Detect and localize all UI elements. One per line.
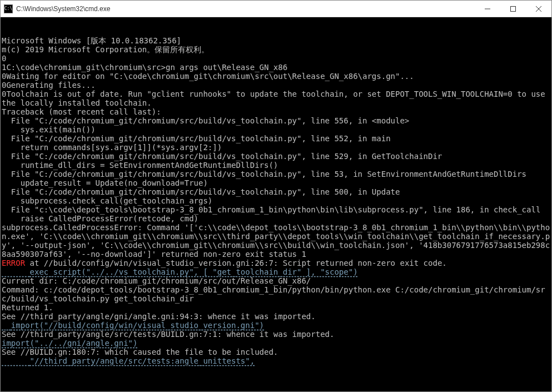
console-output[interactable]: Microsoft Windows [版本 10.0.18362.356]m(c… <box>1 17 551 391</box>
console-line: Returned 1. <box>2 303 551 312</box>
cmd-icon: C:\ <box>4 4 13 13</box>
console-line: exec_script("../../vs_toolchain.py", [ "… <box>2 267 551 276</box>
console-line: Current dir: C:/code/chromium_git/chromi… <box>2 276 551 285</box>
console-line: See //third_party/angle/src/tests/BUILD.… <box>2 330 551 339</box>
console-line: raise CalledProcessError(retcode, cmd) <box>2 214 551 223</box>
console-line: File "C:/code/chromium_git/chromium/src/… <box>2 116 551 125</box>
titlebar[interactable]: C:\ C:\Windows\System32\cmd.exe <box>1 1 551 17</box>
cmd-window: C:\ C:\Windows\System32\cmd.exe Microsof… <box>0 0 552 392</box>
console-line: File "C:/code/chromium_git/chromium/src/… <box>2 134 551 143</box>
console-line: return commands[sys.argv[1]](*sys.argv[2… <box>2 143 551 152</box>
console-line: "//third_party/angle/src/tests:angle_uni… <box>2 356 551 365</box>
console-line: See //third_party/angle/gni/angle.gni:94… <box>2 312 551 321</box>
window-title: C:\Windows\System32\cmd.exe <box>16 5 475 13</box>
console-text: Microsoft Windows [版本 10.0.18362.356]m(c… <box>2 36 551 365</box>
console-line: update_result = Update(no_download=True) <box>2 178 551 187</box>
console-line: Traceback (most recent call last): <box>2 107 551 116</box>
console-line: ERROR at //build/config/win/visual_studi… <box>2 259 551 267</box>
window-controls <box>475 1 551 17</box>
console-line: runtime_dll_dirs = SetEnvironmentAndGetR… <box>2 161 551 170</box>
minimize-button[interactable] <box>475 1 500 17</box>
console-line: 0Generating files... <box>2 81 551 90</box>
console-line: File "c:\code\depot_tools\bootstrap-3_8_… <box>2 205 551 214</box>
svg-rect-1 <box>511 6 516 11</box>
close-button[interactable] <box>526 1 551 17</box>
console-line: import("../../gni/angle.gni") <box>2 339 551 348</box>
console-line: subprocess.CalledProcessError: Command '… <box>2 223 551 259</box>
console-line: import("//build/config/win/visual_studio… <box>2 321 551 330</box>
console-line: Microsoft Windows [版本 10.0.18362.356] <box>2 36 551 45</box>
console-line: 0 <box>2 54 551 63</box>
console-line: See //BUILD.gn:180:7: which caused the f… <box>2 348 551 356</box>
error-label: ERROR <box>2 259 25 267</box>
console-line: 0Waiting for editor on "C:\code\chromium… <box>2 72 551 81</box>
console-line: Command: c:/code/depot_tools/bootstrap-3… <box>2 285 551 303</box>
console-line: File "C:/code/chromium_git/chromium/src/… <box>2 187 551 196</box>
console-line: File "C:/code/chromium_git/chromium/src/… <box>2 170 551 178</box>
console-line: File "C:/code/chromium_git/chromium/src/… <box>2 152 551 161</box>
console-line: sys.exit(main()) <box>2 125 551 134</box>
console-line: subprocess.check_call(get_toolchain_args… <box>2 196 551 205</box>
console-line: 1C:\code\chromium_git\chromium\src>gn ar… <box>2 63 551 72</box>
console-line: 0Toolchain is out of date. Run "gclient … <box>2 90 551 107</box>
console-line: m(c) 2019 Microsoft Corporation。保留所有权利。 <box>2 45 551 54</box>
maximize-button[interactable] <box>500 1 526 17</box>
